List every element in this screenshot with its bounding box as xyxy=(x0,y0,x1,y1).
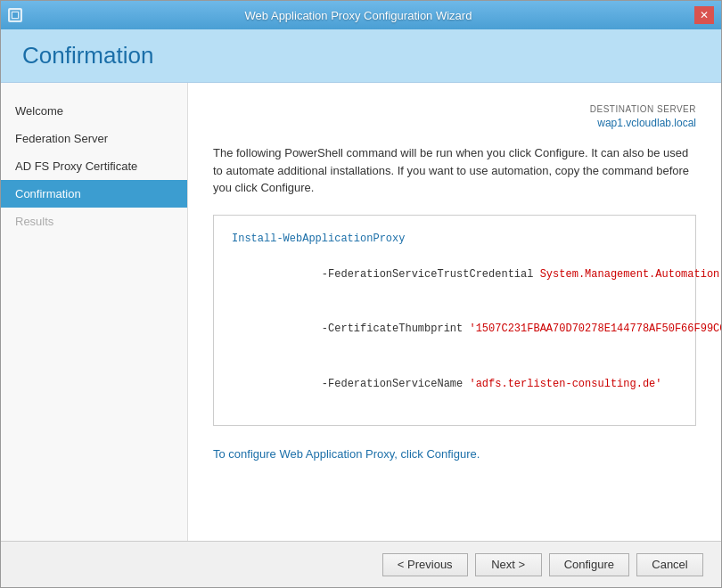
destination-label: DESTINATION SERVER xyxy=(213,104,696,114)
next-button[interactable]: Next > xyxy=(475,553,542,576)
code-line-4: -FederationServiceName 'adfs.terlisten-c… xyxy=(232,356,677,411)
sidebar: Welcome Federation Server AD FS Proxy Ce… xyxy=(1,83,188,541)
code-value-2: System.Management.Automation.PSCredentia… xyxy=(540,268,721,281)
intro-text: The following PowerShell command will be… xyxy=(213,144,696,197)
code-param-4: -FederationServiceName xyxy=(296,378,469,390)
code-line-2: -FederationServiceTrustCredential System… xyxy=(232,248,677,302)
sidebar-item-adfs-proxy-certificate[interactable]: AD FS Proxy Certificate xyxy=(1,152,187,180)
close-button[interactable]: ✕ xyxy=(694,6,714,24)
main-content: DESTINATION SERVER wap1.vcloudlab.local … xyxy=(188,83,721,541)
destination-server: DESTINATION SERVER wap1.vcloudlab.local xyxy=(213,104,696,130)
configure-button[interactable]: Configure xyxy=(549,553,629,576)
content-area: Welcome Federation Server AD FS Proxy Ce… xyxy=(1,83,721,541)
code-value-4: 'adfs.terlisten-consulting.de' xyxy=(469,378,661,390)
title-bar: Web Application Proxy Configuration Wiza… xyxy=(1,1,721,29)
sidebar-item-federation-server[interactable]: Federation Server xyxy=(1,125,187,152)
code-line-1: Install-WebApplicationProxy xyxy=(232,230,677,248)
footer: < Previous Next > Configure Cancel xyxy=(1,541,721,587)
powershell-code-box: Install-WebApplicationProxy -FederationS… xyxy=(213,215,696,427)
window-icon xyxy=(8,8,22,22)
code-param-3: -CertificateThumbprint xyxy=(296,323,469,335)
cancel-button[interactable]: Cancel xyxy=(636,553,703,576)
code-value-3: '1507C231FBAA70D70278E144778AF50F66F99C0… xyxy=(469,323,721,335)
sidebar-item-results: Results xyxy=(1,208,187,235)
window-controls: ✕ xyxy=(694,6,714,24)
sidebar-item-confirmation[interactable]: Confirmation xyxy=(1,180,187,208)
header-band: Confirmation xyxy=(1,29,721,83)
svg-rect-1 xyxy=(12,12,18,18)
code-line-3: -CertificateThumbprint '1507C231FBAA70D7… xyxy=(232,302,677,356)
code-param-2: -FederationServiceTrustCredential xyxy=(296,268,540,281)
wizard-window: Web Application Proxy Configuration Wiza… xyxy=(0,0,722,588)
configure-text: To configure Web Application Proxy, clic… xyxy=(213,447,696,461)
page-title: Confirmation xyxy=(22,42,153,69)
previous-button[interactable]: < Previous xyxy=(382,553,468,576)
sidebar-item-welcome[interactable]: Welcome xyxy=(1,97,187,125)
destination-value: wap1.vcloudlab.local xyxy=(597,117,696,129)
window-title: Web Application Proxy Configuration Wiza… xyxy=(22,9,694,22)
